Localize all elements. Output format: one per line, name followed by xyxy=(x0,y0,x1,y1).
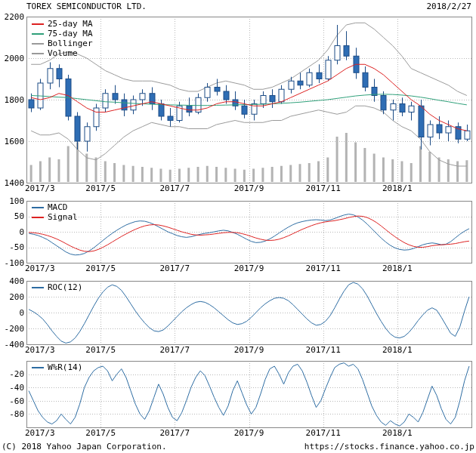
legend-item-ma25: 25-day MA xyxy=(32,20,93,28)
legend-label-roc: ROC(12) xyxy=(48,283,82,291)
legend-item-bollinger: Bollinger xyxy=(32,39,93,48)
copyright-text: (C) 2018 Yahoo Japan Corporation. xyxy=(2,442,167,451)
legend-label-ma75: 75-day MA xyxy=(48,29,93,38)
legend-item-wpr: W%R(14) xyxy=(32,363,82,371)
legend-label-signal: Signal xyxy=(48,213,78,221)
bollinger-line-swatch xyxy=(32,43,44,45)
legend-item-roc: ROC(12) xyxy=(32,283,82,291)
legend-label-ma25: 25-day MA xyxy=(48,20,93,28)
legend-item-signal: Signal xyxy=(32,213,78,221)
footer-url-link[interactable]: https://stocks.finance.yahoo.co.jp xyxy=(304,442,474,451)
macd-panel-legend: MACD Signal xyxy=(32,203,78,221)
stock-chart-page: TOREX SEMICONDUCTOR LTD. 2018/2/27 25-da… xyxy=(0,0,476,453)
ma25-line-swatch xyxy=(32,23,44,25)
legend-label-volume: Volume xyxy=(48,49,78,57)
chart-header: TOREX SEMICONDUCTOR LTD. 2018/2/27 xyxy=(26,2,471,11)
roc-panel-legend: ROC(12) xyxy=(32,283,82,291)
legend-item-macd: MACD xyxy=(32,203,78,211)
volume-bar-swatch xyxy=(32,53,44,54)
chart-date: 2018/2/27 xyxy=(426,2,471,11)
price-panel-legend: 25-day MA 75-day MA Bollinger Volume xyxy=(32,20,93,57)
williams-r-panel-legend: W%R(14) xyxy=(32,363,82,371)
chart-footer: (C) 2018 Yahoo Japan Corporation. https:… xyxy=(2,442,474,451)
stock-title: TOREX SEMICONDUCTOR LTD. xyxy=(26,2,147,11)
roc-line-swatch xyxy=(32,287,44,288)
signal-line-swatch xyxy=(32,217,44,218)
macd-line-swatch xyxy=(32,207,44,208)
ma75-line-swatch xyxy=(32,33,44,35)
legend-label-bollinger: Bollinger xyxy=(48,39,93,48)
legend-item-volume: Volume xyxy=(32,49,93,57)
legend-label-macd: MACD xyxy=(48,203,68,211)
williams-r-line-swatch xyxy=(32,367,44,368)
legend-item-ma75: 75-day MA xyxy=(32,29,93,38)
legend-label-wpr: W%R(14) xyxy=(48,363,82,371)
stock-chart-canvas xyxy=(0,0,476,453)
